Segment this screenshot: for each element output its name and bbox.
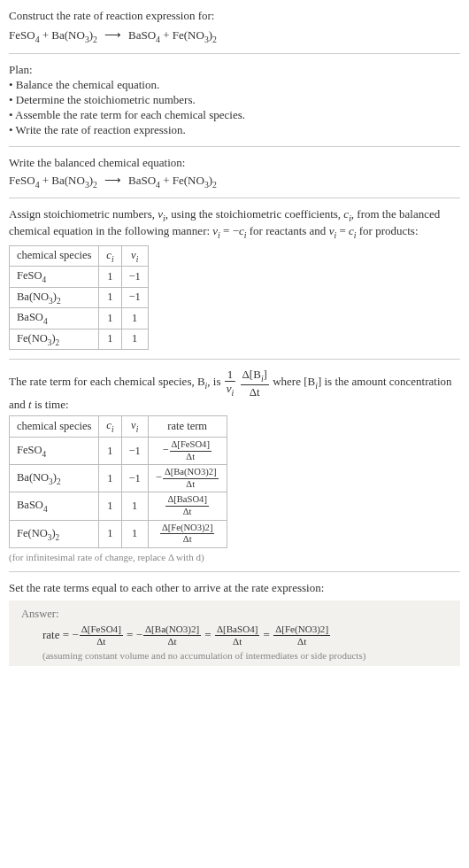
reactant-1: FeSO4 [9, 28, 40, 42]
table-row: BaSO4 1 1 [10, 308, 149, 329]
col-species: chemical species [10, 245, 99, 267]
col-ci: ci [99, 416, 121, 438]
table-row: Fe(NO3)2 1 1 [10, 329, 149, 350]
answer-label: Answer: [21, 608, 448, 621]
plan-title: Plan: [9, 63, 460, 77]
table-row: Ba(NO3)2 1 −1 −Δ[Ba(NO3)2]Δt [10, 465, 227, 492]
stoich-paragraph: Assign stoichiometric numbers, νi, using… [9, 207, 460, 242]
table-row: Ba(NO3)2 1 −1 [10, 287, 149, 308]
answer-equation: rate = −Δ[FeSO4]Δt = −Δ[Ba(NO3)2]Δt = Δ[… [21, 624, 448, 647]
plan-list: • Balance the chemical equation. • Deter… [9, 78, 460, 137]
answer-note: (assuming constant volume and no accumul… [21, 650, 448, 661]
balanced-equation: FeSO4 + Ba(NO3)2⟶BaSO4 + Fe(NO3)2 [9, 174, 460, 190]
col-species: chemical species [10, 416, 99, 438]
prompt-text: Construct the rate of reaction expressio… [9, 9, 460, 23]
plan-item: • Assemble the rate term for each chemic… [9, 108, 460, 122]
table-row: FeSO4 1 −1 [10, 267, 149, 288]
rate-table: chemical species ci νi rate term FeSO4 1… [9, 415, 227, 548]
table-row: BaSO4 1 1 Δ[BaSO4]Δt [10, 492, 227, 520]
table-row: FeSO4 1 −1 −Δ[FeSO4]Δt [10, 437, 227, 464]
rate-paragraph: The rate term for each chemical species,… [9, 368, 460, 412]
plan-item: • Determine the stoichiometric numbers. [9, 93, 460, 107]
reactant-2: Ba(NO3)2 [51, 28, 97, 42]
col-nui: νi [121, 245, 148, 267]
col-rate: rate term [148, 416, 227, 438]
balanced-label: Write the balanced chemical equation: [9, 156, 460, 170]
product-2: Fe(NO3)2 [173, 28, 217, 42]
product-1: BaSO4 [128, 28, 160, 42]
plan-item: • Balance the chemical equation. [9, 78, 460, 92]
col-nui: νi [121, 416, 148, 438]
col-ci: ci [99, 245, 121, 267]
stoich-table: chemical species ci νi FeSO4 1 −1 Ba(NO3… [9, 245, 149, 351]
table-row: Fe(NO3)2 1 1 Δ[Fe(NO3)2]Δt [10, 520, 227, 547]
plan-item: • Write the rate of reaction expression. [9, 123, 460, 137]
arrow-icon: ⟶ [97, 28, 128, 42]
final-label: Set the rate terms equal to each other t… [9, 581, 460, 595]
reaction-equation: FeSO4 + Ba(NO3)2⟶BaSO4 + Fe(NO3)2 [9, 28, 460, 44]
answer-box: Answer: rate = −Δ[FeSO4]Δt = −Δ[Ba(NO3)2… [9, 601, 460, 666]
infinitesimal-note: (for infinitesimal rate of change, repla… [9, 552, 460, 562]
